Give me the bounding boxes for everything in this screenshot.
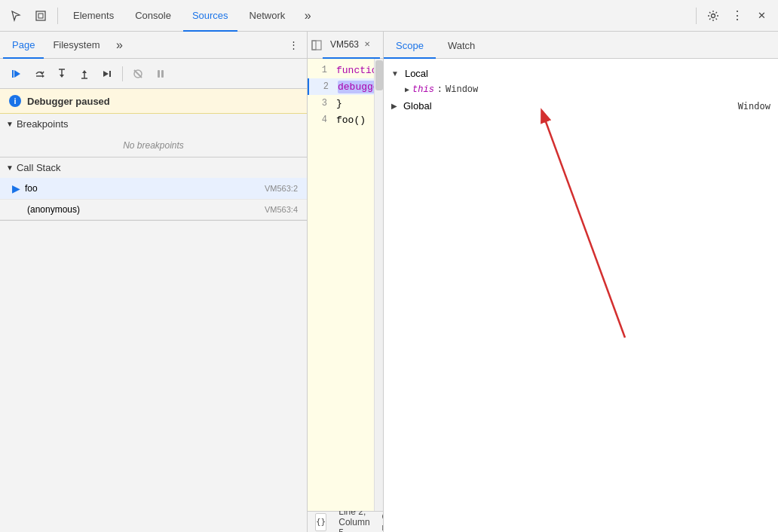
line-num-2: 2 [309,81,336,92]
svg-rect-1 [38,14,43,18]
left-tabs-bar: Page Filesystem » ⋮ [0,32,307,59]
svg-rect-0 [36,11,45,20]
resume-btn[interactable] [6,63,27,84]
svg-rect-4 [12,70,14,78]
svg-marker-3 [14,70,20,78]
global-group-label: Global [403,100,432,112]
scope-item-this[interactable]: ▶ this : Window [384,82,778,97]
inspect-element-btn[interactable] [30,5,51,26]
call-stack-header[interactable]: ▼ Call Stack [0,157,307,178]
code-line-1: 1 function foo(){ [308,62,383,78]
call-stack-item-foo[interactable]: ▶ foo VM563:2 [0,178,307,200]
scope-tab-watch[interactable]: Watch [436,32,487,59]
more-options-btn[interactable]: ⋮ [727,5,748,26]
code-line-3: 3 } [308,95,383,112]
scope-panel: Scope Watch ▼ Local ▶ this : Windo [383,32,778,532]
format-code-btn[interactable]: {} [315,513,326,531]
code-line-2: 2 debugger [308,78,383,95]
call-stack-chevron: ▼ [6,164,14,172]
global-group-chevron: ▶ [391,102,397,110]
status-bar: {} Line 2, Column 5 Coverage: n/a [308,511,383,532]
close-icon: ✕ [758,10,766,21]
cursor-icon-btn[interactable] [6,5,27,26]
svg-line-23 [542,112,625,338]
no-breakpoints-text: No breakpoints [123,140,184,151]
call-stack-anonymous-name: (anonymous) [27,204,80,215]
call-stack-label: Call Stack [17,162,61,173]
svg-rect-19 [312,41,316,50]
svg-rect-17 [158,70,160,78]
paused-text: Debugger paused [27,96,110,107]
step-btn[interactable] [96,63,118,84]
tab-page[interactable]: Page [3,32,44,59]
step-over-btn[interactable] [29,63,50,84]
breakpoints-section: ▼ Breakpoints No breakpoints [0,114,307,157]
tab-console[interactable]: Console [126,0,180,32]
deactivate-breakpoints-btn[interactable] [127,63,149,84]
line-content-4: foo() [335,115,366,126]
right-inner: VM563 ✕ 1 function foo(){ 2 [308,32,778,532]
svg-marker-6 [42,75,44,78]
left-more-tabs-btn[interactable]: » [109,35,130,56]
toolbar-divider-2 [696,8,697,24]
left-bottom: ▼ Breakpoints No breakpoints ▼ Call Stac… [0,114,307,532]
debug-divider-1 [122,66,123,81]
main-layout: Page Filesystem » ⋮ [0,32,778,532]
tab-sources[interactable]: Sources [183,0,237,32]
code-line-4: 4 foo() [308,112,383,128]
code-scrollbar-thumb[interactable] [375,60,383,90]
annotation-arrow-svg [384,59,778,532]
left-panel: Page Filesystem » ⋮ [0,32,308,532]
collapse-sidebar-btn[interactable] [311,35,323,56]
call-stack-foo-location: VM563:2 [265,184,298,193]
call-stack-section: ▼ Call Stack ▶ foo VM563:2 (anonymous) V… [0,157,307,221]
svg-point-2 [712,14,715,17]
vm563-tab-close[interactable]: ✕ [362,39,372,50]
left-more-options-btn[interactable]: ⋮ [283,35,304,56]
line-num-4: 4 [308,115,335,125]
scope-this-colon: : [437,84,443,95]
tab-filesystem[interactable]: Filesystem [44,32,109,59]
more-tabs-btn[interactable]: » [297,5,318,26]
local-group-label: Local [405,68,428,79]
global-group-header[interactable]: ▶ Global Window [384,97,778,115]
source-tabs-bar: VM563 ✕ [308,32,383,59]
scope-this-key: this [412,84,434,95]
svg-rect-20 [312,41,321,50]
scope-tabs: Scope Watch [384,32,778,59]
line-num-3: 3 [308,98,335,109]
pause-on-exceptions-btn[interactable] [150,63,171,84]
code-area[interactable]: 1 function foo(){ 2 debugger 3 } [308,59,383,511]
source-section: VM563 ✕ 1 function foo(){ 2 [308,32,383,532]
svg-marker-8 [60,75,64,78]
global-value: Window [738,101,770,112]
local-group-header[interactable]: ▼ Local [384,65,778,82]
paused-banner: i Debugger paused [0,89,307,114]
this-expand-icon: ▶ [405,85,409,94]
breakpoints-body: No breakpoints [0,134,307,157]
settings-btn[interactable] [703,5,724,26]
vm563-tab-title: VM563 [330,39,359,50]
info-icon: i [9,95,21,107]
call-stack-item-anonymous[interactable]: (anonymous) VM563:4 [0,200,307,220]
vm563-tab[interactable]: VM563 ✕ [323,32,380,59]
close-devtools-btn[interactable]: ✕ [751,5,772,26]
step-into-btn[interactable] [51,63,72,84]
step-out-btn[interactable] [74,63,95,84]
breakpoints-label: Breakpoints [17,118,69,130]
line-content-3: } [335,98,342,109]
svg-rect-18 [161,70,164,78]
scope-tab-scope[interactable]: Scope [384,32,436,59]
debug-toolbar [0,59,307,89]
top-toolbar: Elements Console Sources Network » ⋮ ✕ [0,0,778,32]
svg-marker-11 [82,70,87,73]
tab-network[interactable]: Network [240,0,295,32]
breakpoints-chevron: ▼ [6,120,14,128]
code-scrollbar[interactable] [374,59,383,511]
scope-content: ▼ Local ▶ this : Window ▶ [384,59,778,532]
tab-elements[interactable]: Elements [64,0,123,32]
call-stack-anonymous-location: VM563:4 [265,205,298,214]
source-and-scope: VM563 ✕ 1 function foo(){ 2 [308,32,778,532]
breakpoints-header[interactable]: ▼ Breakpoints [0,114,307,134]
active-frame-arrow: ▶ [12,182,20,194]
